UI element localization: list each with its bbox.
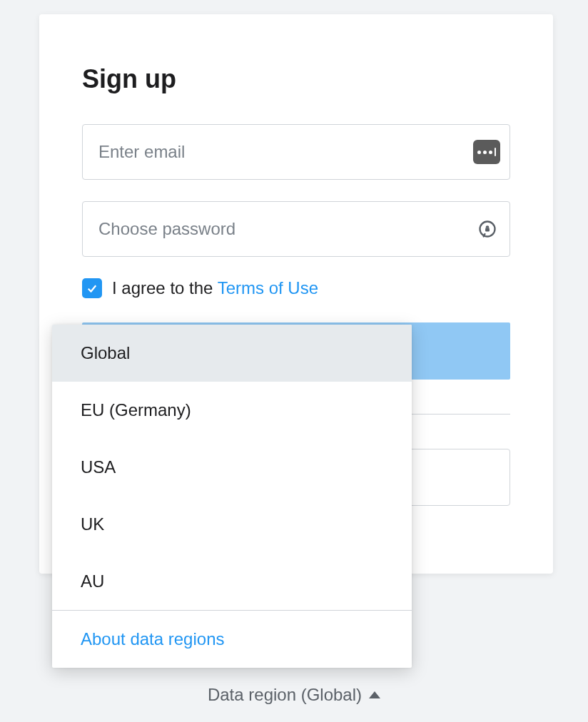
page-title: Sign up (82, 64, 510, 94)
check-icon (86, 282, 98, 295)
region-option-usa[interactable]: USA (52, 439, 412, 496)
region-dropdown: Global EU (Germany) USA UK AU About data… (52, 325, 412, 668)
lock-icon (477, 219, 497, 239)
chevron-up-icon (369, 691, 380, 698)
region-option-au[interactable]: AU (52, 553, 412, 610)
password-row (82, 201, 510, 257)
email-row (82, 124, 510, 180)
terms-row: I agree to the Terms of Use (82, 278, 510, 298)
region-option-eu[interactable]: EU (Germany) (52, 382, 412, 439)
about-regions-link[interactable]: About data regions (52, 611, 412, 668)
data-region-label: Data region (Global) (208, 685, 362, 705)
agree-checkbox[interactable] (82, 278, 102, 298)
email-field[interactable] (82, 124, 510, 180)
terms-link[interactable]: Terms of Use (218, 278, 318, 298)
svg-rect-1 (485, 228, 490, 232)
region-option-uk[interactable]: UK (52, 496, 412, 553)
region-option-global[interactable]: Global (52, 325, 412, 382)
password-manager-icon[interactable] (473, 140, 500, 164)
agree-text: I agree to the (112, 278, 218, 298)
data-region-toggle[interactable]: Data region (Global) (0, 685, 588, 705)
password-field[interactable] (82, 201, 510, 257)
